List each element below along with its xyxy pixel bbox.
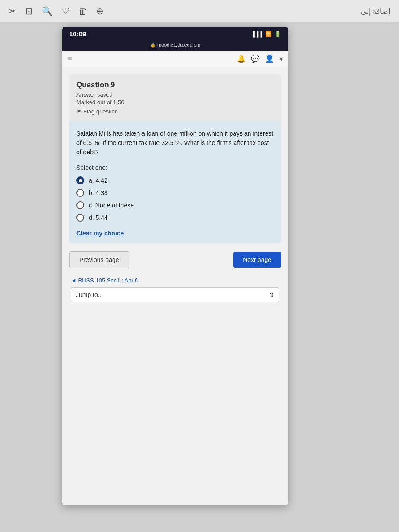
- notification-icon[interactable]: 🔔: [237, 55, 246, 63]
- desktop-top-bar: ✂ ⊡ 🔍 ♡ 🗑 ⊕ إضافة إلى: [0, 0, 399, 22]
- radio-d[interactable]: [76, 214, 84, 222]
- radio-a[interactable]: [76, 176, 84, 184]
- options-list: a. 4.42 b. 4.38 c. None of these d. 5.44: [76, 176, 274, 222]
- option-b[interactable]: b. 4.38: [76, 189, 274, 197]
- option-c-label: c. None of these: [89, 202, 134, 209]
- question-body: Salalah Mills has taken a loan of one mi…: [69, 121, 281, 243]
- bottom-section: ◄ BUSS 105 Sec1 ; Apr.6 Jump to... ⇕: [69, 277, 281, 302]
- radio-c[interactable]: [76, 201, 84, 209]
- back-link[interactable]: ◄ BUSS 105 Sec1 ; Apr.6: [71, 277, 279, 284]
- next-page-button[interactable]: Next page: [233, 252, 281, 268]
- jump-to-dropdown[interactable]: Jump to... ⇕: [71, 287, 279, 302]
- dropdown-icon[interactable]: ▾: [279, 55, 283, 63]
- option-b-label: b. 4.38: [89, 189, 108, 196]
- option-a[interactable]: a. 4.42: [76, 176, 274, 184]
- signal-icon: ▐▐▐: [251, 31, 262, 37]
- option-a-label: a. 4.42: [89, 177, 108, 184]
- url-bar: 🔒 moodle1.du.edu.om: [62, 41, 288, 51]
- option-d-label: d. 5.44: [89, 214, 108, 221]
- marked-out-text: Marked out of 1.50: [76, 99, 274, 106]
- status-bar-time: 10:09: [69, 30, 86, 38]
- battery-icon: 🔋: [274, 31, 281, 37]
- browser-nav-bar: ≡ 🔔 💬 👤 ▾: [62, 51, 288, 67]
- content-area: Question 9 Answer saved Marked out of 1.…: [62, 67, 288, 505]
- question-text: Salalah Mills has taken a loan of one mi…: [76, 129, 274, 157]
- nav-buttons: Previous page Next page: [69, 251, 281, 268]
- wifi-icon: 🛜: [265, 31, 272, 37]
- heart-icon: ♡: [62, 6, 70, 16]
- flag-question-link[interactable]: ⚑ Flag question: [76, 108, 274, 115]
- hamburger-icon[interactable]: ≡: [67, 54, 72, 63]
- lock-icon: 🔒: [150, 42, 156, 47]
- radio-b[interactable]: [76, 189, 84, 197]
- question-header: Question 9 Answer saved Marked out of 1.…: [69, 74, 281, 121]
- desktop-toolbar-icons: ✂ ⊡ 🔍 ♡ 🗑 ⊕: [9, 6, 104, 16]
- option-d[interactable]: d. 5.44: [76, 214, 274, 222]
- chat-icon[interactable]: 💬: [251, 55, 260, 63]
- browser-nav-icons: 🔔 💬 👤 ▾: [237, 55, 283, 63]
- user-avatar[interactable]: 👤: [265, 55, 274, 63]
- phone-frame: 10:09 ▐▐▐ 🛜 🔋 🔒 moodle1.du.edu.om ≡ 🔔 💬 …: [62, 27, 288, 505]
- status-bar: 10:09 ▐▐▐ 🛜 🔋: [62, 27, 288, 41]
- option-c[interactable]: c. None of these: [76, 201, 274, 209]
- flag-label: Flag question: [83, 108, 118, 115]
- select-one-label: Select one:: [76, 164, 274, 171]
- trash-icon: 🗑: [78, 6, 87, 16]
- previous-page-button[interactable]: Previous page: [69, 251, 129, 268]
- status-bar-indicators: ▐▐▐ 🛜 🔋: [251, 31, 281, 37]
- zoom-in-icon: ⊕: [96, 6, 104, 16]
- question-num-value: 9: [111, 81, 115, 89]
- jump-to-arrow: ⇕: [269, 291, 274, 298]
- clear-choice-link[interactable]: Clear my choice: [76, 230, 124, 237]
- crop-icon: ⊡: [25, 6, 33, 16]
- url-text: moodle1.du.edu.om: [157, 42, 200, 47]
- question-number: Question 9: [76, 81, 274, 90]
- search-rotate-icon: 🔍: [42, 6, 53, 16]
- answer-saved-status: Answer saved: [76, 91, 274, 98]
- jump-to-label: Jump to...: [76, 291, 103, 298]
- flag-icon: ⚑: [76, 108, 82, 115]
- scissors-icon: ✂: [9, 6, 16, 16]
- question-label: Question: [76, 81, 109, 89]
- desktop-top-right-text: إضافة إلى: [361, 7, 390, 16]
